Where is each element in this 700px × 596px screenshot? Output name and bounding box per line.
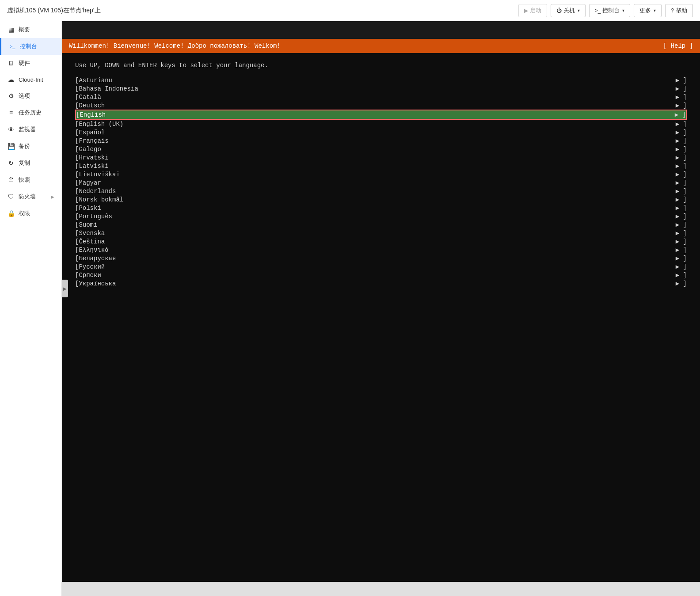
sidebar-item-cloud-init[interactable]: ☁ Cloud-Init [0, 72, 61, 87]
sidebar-item-label: 选项 [19, 92, 30, 100]
language-item[interactable]: [ Latviski▶ ] [75, 162, 687, 170]
firewall-icon: 🛡 [7, 193, 15, 200]
language-item[interactable]: [ Asturianu▶ ] [75, 76, 687, 84]
language-name: Norsk bokmål [79, 196, 176, 203]
language-item[interactable]: [ Svenska▶ ] [75, 229, 687, 237]
language-item[interactable]: [ Español▶ ] [75, 128, 687, 137]
sidebar-item-label: Cloud-Init [19, 76, 43, 83]
language-item[interactable]: [ Čeština▶ ] [75, 237, 687, 246]
arrow-icon: ▶ ] [676, 229, 687, 237]
sidebar-item-replicate[interactable]: ↻ 复制 [0, 155, 61, 171]
language-item[interactable]: [ Català▶ ] [75, 93, 687, 101]
help-icon: ? [671, 8, 674, 14]
language-item[interactable]: [ Hrvatski▶ ] [75, 153, 687, 162]
sidebar-item-label: 任务历史 [19, 109, 42, 117]
bracket-open: [ [75, 221, 79, 228]
help-button[interactable]: ? 帮助 [665, 4, 693, 17]
bracket-open: [ [75, 263, 79, 270]
replicate-icon: ↻ [7, 159, 15, 167]
sidebar-item-backup[interactable]: 💾 备份 [0, 138, 61, 155]
language-item[interactable]: [ Nederlands▶ ] [75, 187, 687, 195]
sidebar-item-task-history[interactable]: ≡ 任务历史 [0, 104, 61, 121]
sidebar-item-options[interactable]: ⚙ 选项 [0, 87, 61, 104]
bracket-open: [ [75, 77, 79, 84]
bracket-open: [ [75, 102, 79, 109]
console-sidebar-icon: >_ [8, 44, 16, 49]
bracket-open: [ [75, 179, 79, 186]
bracket-open: [ [75, 171, 79, 178]
language-item[interactable]: [ English (UK)▶ ] [75, 120, 687, 128]
language-item[interactable]: [ Magyar▶ ] [75, 178, 687, 187]
language-item[interactable]: [ Galego▶ ] [75, 145, 687, 153]
arrow-icon: ▶ ] [676, 254, 687, 262]
permissions-icon: 🔒 [7, 210, 15, 217]
main-layout: ▦ 概要 >_ 控制台 🖥 硬件 ☁ Cloud-Init ⚙ 选项 ≡ 任务历… [0, 21, 700, 596]
arrow-icon: ▶ ] [676, 187, 687, 195]
arrow-icon: ▶ ] [676, 171, 687, 178]
topbar-actions: ▶ 启动 ⏻ 关机 >_ 控制台 更多 ? 帮助 [518, 4, 693, 17]
arrow-icon: ▶ ] [676, 93, 687, 101]
bracket-open: [ [76, 111, 80, 118]
arrow-icon: ▶ ] [676, 221, 687, 228]
language-name: Português [79, 213, 176, 220]
sidebar-item-label: 快照 [19, 176, 30, 184]
hardware-icon: 🖥 [7, 60, 15, 67]
arrow-icon: ▶ ] [676, 280, 687, 287]
sidebar-item-label: 控制台 [20, 42, 37, 50]
language-item[interactable]: [ Беларуская▶ ] [75, 254, 687, 262]
language-item[interactable]: [ Français▶ ] [75, 137, 687, 145]
arrow-icon: ▶ ] [676, 120, 687, 128]
language-item[interactable]: [ Suomi▶ ] [75, 220, 687, 229]
arrow-icon: ▶ ] [676, 196, 687, 203]
language-item[interactable]: [ Português▶ ] [75, 212, 687, 220]
sidebar-item-label: 复制 [19, 159, 30, 167]
sidebar-item-permissions[interactable]: 🔒 权限 [0, 205, 61, 222]
language-item[interactable]: [ English▶ ] [75, 110, 687, 120]
language-item[interactable]: [ Deutsch▶ ] [75, 101, 687, 110]
language-name: Français [79, 137, 176, 144]
language-item[interactable]: [ Norsk bokmål▶ ] [75, 195, 687, 204]
language-name: Bahasa Indonesia [79, 85, 176, 92]
arrow-icon: ▶ ] [676, 246, 687, 254]
language-name: Čeština [79, 238, 176, 245]
language-name: Galego [79, 146, 176, 153]
console-button[interactable]: >_ 控制台 [589, 4, 631, 17]
language-item[interactable]: [ Українська▶ ] [75, 279, 687, 288]
start-button[interactable]: ▶ 启动 [518, 4, 547, 17]
language-name: Nederlands [79, 188, 176, 195]
bracket-open: [ [75, 146, 79, 153]
monitor-icon: 👁 [7, 126, 15, 133]
sidebar-item-console[interactable]: >_ 控制台 [0, 38, 61, 55]
terminal-body[interactable]: Use UP, DOWN and ENTER keys to select yo… [62, 53, 700, 582]
sidebar-item-monitor[interactable]: 👁 监视器 [0, 121, 61, 138]
bracket-open: [ [75, 188, 79, 195]
arrow-icon: ▶ ] [676, 85, 687, 92]
options-icon: ⚙ [7, 92, 15, 99]
sidebar-item-snapshot[interactable]: ⏱ 快照 [0, 171, 61, 188]
sidebar-item-overview[interactable]: ▦ 概要 [0, 21, 61, 38]
language-item[interactable]: [ Bahasa Indonesia▶ ] [75, 84, 687, 93]
arrow-icon: ▶ ] [675, 111, 686, 118]
more-button[interactable]: 更多 [634, 4, 662, 17]
terminal-instruction: Use UP, DOWN and ENTER keys to select yo… [75, 62, 687, 69]
language-name: Ελληνικά [79, 247, 176, 254]
language-name: Suomi [79, 221, 176, 228]
arrow-icon: ▶ ] [676, 179, 687, 186]
bracket-open: [ [75, 272, 79, 279]
arrow-icon: ▶ ] [676, 162, 687, 170]
sidebar-item-hardware[interactable]: 🖥 硬件 [0, 55, 61, 72]
bracket-open: [ [75, 129, 79, 136]
bracket-open: [ [75, 137, 79, 144]
shutdown-button[interactable]: ⏻ 关机 [551, 4, 586, 17]
language-item[interactable]: [ Ελληνικά▶ ] [75, 246, 687, 254]
language-item[interactable]: [ Polski▶ ] [75, 204, 687, 212]
language-item[interactable]: [ Српски▶ ] [75, 271, 687, 279]
language-name: Magyar [79, 179, 176, 186]
power-icon: ⏻ [556, 8, 562, 14]
sidebar-collapse-handle[interactable]: ▶ [62, 280, 68, 297]
language-item[interactable]: [ Lietuviškai▶ ] [75, 170, 687, 178]
bracket-open: [ [75, 280, 79, 287]
sidebar-item-firewall[interactable]: 🛡 防火墙 ▶ [0, 188, 61, 205]
language-item[interactable]: [ Русский▶ ] [75, 262, 687, 271]
arrow-icon: ▶ ] [676, 154, 687, 161]
